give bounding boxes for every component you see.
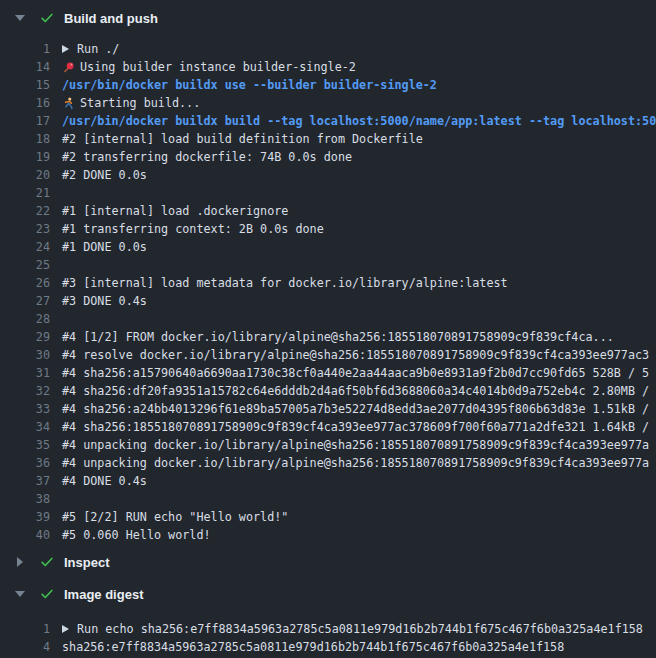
log-line-content: #5 [2/2] RUN echo "Hello world!": [50, 508, 656, 526]
line-number[interactable]: 24: [0, 238, 50, 256]
line-number[interactable]: 29: [0, 328, 50, 346]
line-number[interactable]: 39: [0, 508, 50, 526]
expand-icon[interactable]: [62, 625, 69, 633]
pushpin-icon: [62, 61, 75, 74]
log-text: #4 [1/2] FROM docker.io/library/alpine@s…: [62, 328, 614, 346]
section-header-image-digest[interactable]: Image digest: [0, 582, 656, 606]
chevron-down-icon: [14, 15, 26, 21]
log-text: /usr/bin/docker buildx build --tag local…: [62, 112, 656, 130]
log-line-content: /usr/bin/docker buildx build --tag local…: [50, 112, 656, 130]
log-text: sha256:e7ff8834a5963a2785c5a0811e979d16b…: [62, 638, 564, 656]
log-line-content: #4 sha256:185518070891758909c9f839cf4ca3…: [50, 418, 656, 436]
log-line: 14Using builder instance builder-single-…: [0, 58, 656, 76]
line-number[interactable]: 27: [0, 292, 50, 310]
log-line-content: #2 [internal] load build definition from…: [50, 130, 656, 148]
log-text: #3 DONE 0.4s: [62, 292, 147, 310]
log-line-content: #4 [1/2] FROM docker.io/library/alpine@s…: [50, 328, 656, 346]
log-line-content: #3 DONE 0.4s: [50, 292, 656, 310]
line-number[interactable]: 15: [0, 76, 50, 94]
log-line: 29#4 [1/2] FROM docker.io/library/alpine…: [0, 328, 656, 346]
line-number[interactable]: 33: [0, 400, 50, 418]
line-number[interactable]: 31: [0, 364, 50, 382]
log-text: Using builder instance builder-single-2: [80, 58, 356, 76]
line-number[interactable]: 1: [0, 620, 50, 638]
log-line: 39#5 [2/2] RUN echo "Hello world!": [0, 508, 656, 526]
log-line-content: #1 DONE 0.0s: [50, 238, 656, 256]
line-number[interactable]: 18: [0, 130, 50, 148]
log-text: #5 0.060 Hello world!: [62, 526, 211, 544]
log-line: 16Starting build...: [0, 94, 656, 112]
log-line: 38: [0, 490, 656, 508]
log-line: 33#4 sha256:a24bb4013296f61e89ba57005a7b…: [0, 400, 656, 418]
expand-icon[interactable]: [62, 45, 69, 53]
line-number[interactable]: 34: [0, 418, 50, 436]
line-number[interactable]: 17: [0, 112, 50, 130]
line-number[interactable]: 32: [0, 382, 50, 400]
section-header-build-and-push[interactable]: Build and push: [0, 6, 656, 30]
log-text: #4 sha256:a24bb4013296f61e89ba57005a7b3e…: [62, 400, 649, 418]
log-text: #1 DONE 0.0s: [62, 238, 147, 256]
log-text: Run ./: [77, 40, 119, 58]
log-line-content: [50, 490, 656, 508]
log-text: Starting build...: [80, 94, 200, 112]
log-line: 1Run echo sha256:e7ff8834a5963a2785c5a08…: [0, 620, 656, 638]
line-number[interactable]: 26: [0, 274, 50, 292]
section-header-inspect[interactable]: Inspect: [0, 550, 656, 574]
log-text: #5 [2/2] RUN echo "Hello world!": [62, 508, 288, 526]
line-number[interactable]: 30: [0, 346, 50, 364]
log-text: #2 transferring dockerfile: 74B 0.0s don…: [62, 148, 352, 166]
line-number[interactable]: 35: [0, 436, 50, 454]
line-number[interactable]: 14: [0, 58, 50, 76]
chevron-down-icon: [14, 591, 26, 597]
line-number[interactable]: 4: [0, 638, 50, 656]
log-line-content: #1 [internal] load .dockerignore: [50, 202, 656, 220]
log-line: 27#3 DONE 0.4s: [0, 292, 656, 310]
log-text: #4 sha256:185518070891758909c9f839cf4ca3…: [62, 418, 649, 436]
log-line-content: #4 sha256:a15790640a6690aa1730c38cf0a440…: [50, 364, 656, 382]
check-icon: [39, 587, 54, 602]
line-number[interactable]: 23: [0, 220, 50, 238]
log-text: #1 transferring context: 2B 0.0s done: [62, 220, 324, 238]
log-line: 23#1 transferring context: 2B 0.0s done: [0, 220, 656, 238]
log-line-content: sha256:e7ff8834a5963a2785c5a0811e979d16b…: [50, 638, 656, 656]
section-label: Inspect: [64, 555, 110, 570]
log-text: #4 unpacking docker.io/library/alpine@sh…: [62, 436, 649, 454]
log-text: #4 sha256:a15790640a6690aa1730c38cf0a440…: [62, 364, 649, 382]
log-line: 36#4 unpacking docker.io/library/alpine@…: [0, 454, 656, 472]
line-number[interactable]: 25: [0, 256, 50, 274]
log-text: #2 [internal] load build definition from…: [62, 130, 423, 148]
line-number[interactable]: 38: [0, 490, 50, 508]
log-text: #4 sha256:df20fa9351a15782c64e6dddb2d4a6…: [62, 382, 649, 400]
log-line: 25: [0, 256, 656, 274]
log-line: 28: [0, 310, 656, 328]
line-number[interactable]: 37: [0, 472, 50, 490]
log-line: 21: [0, 184, 656, 202]
line-number[interactable]: 20: [0, 166, 50, 184]
log-line: 26#3 [internal] load metadata for docker…: [0, 274, 656, 292]
check-icon: [39, 555, 54, 570]
line-number[interactable]: 19: [0, 148, 50, 166]
line-number[interactable]: 1: [0, 40, 50, 58]
runner-icon: [62, 97, 75, 110]
log-line-content: #4 DONE 0.4s: [50, 472, 656, 490]
section-label: Build and push: [64, 11, 158, 26]
line-number[interactable]: 40: [0, 526, 50, 544]
chevron-right-icon: [14, 557, 26, 567]
log-line: 35#4 unpacking docker.io/library/alpine@…: [0, 436, 656, 454]
log-line: 34#4 sha256:185518070891758909c9f839cf4c…: [0, 418, 656, 436]
log-line: 19#2 transferring dockerfile: 74B 0.0s d…: [0, 148, 656, 166]
line-number[interactable]: 36: [0, 454, 50, 472]
log-line-content: Run echo sha256:e7ff8834a5963a2785c5a081…: [50, 620, 656, 638]
log-line-content: Run ./: [50, 40, 656, 58]
line-number[interactable]: 16: [0, 94, 50, 112]
log-line: 18#2 [internal] load build definition fr…: [0, 130, 656, 148]
log-text: #2 DONE 0.0s: [62, 166, 147, 184]
log-line-content: #2 transferring dockerfile: 74B 0.0s don…: [50, 148, 656, 166]
line-number[interactable]: 21: [0, 184, 50, 202]
line-number[interactable]: 28: [0, 310, 50, 328]
log-line-content: #4 resolve docker.io/library/alpine@sha2…: [50, 346, 656, 364]
log-text: #4 DONE 0.4s: [62, 472, 147, 490]
log-line-content: #1 transferring context: 2B 0.0s done: [50, 220, 656, 238]
line-number[interactable]: 22: [0, 202, 50, 220]
log-line-content: #5 0.060 Hello world!: [50, 526, 656, 544]
